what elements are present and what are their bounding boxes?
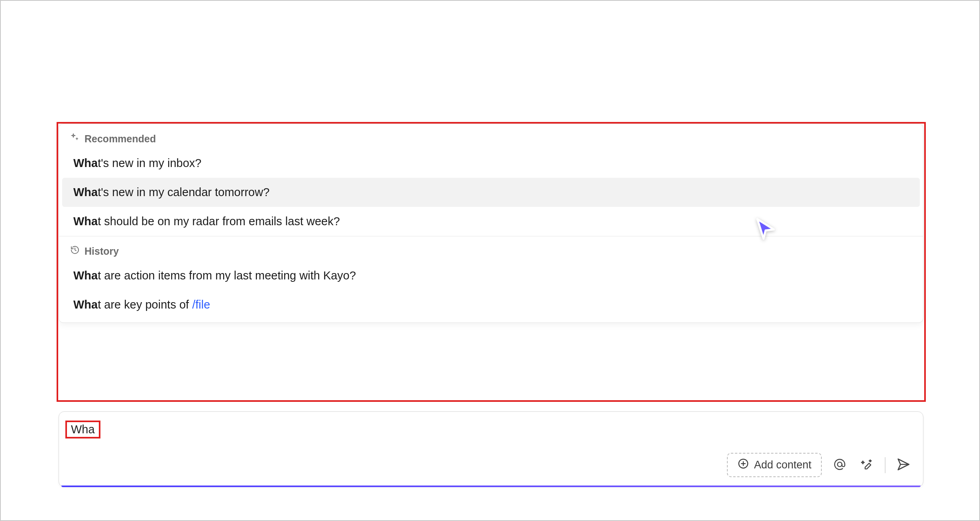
suggestion-link[interactable]: /file xyxy=(192,298,210,311)
mention-icon xyxy=(833,458,846,473)
suggestion-rest: t are key points of xyxy=(98,298,192,311)
suggestion-rest: t should be on my radar from emails last… xyxy=(98,215,340,228)
chat-input[interactable]: Wha xyxy=(59,412,923,441)
recommended-section-header: Recommended xyxy=(59,124,923,149)
history-icon xyxy=(70,245,80,257)
mention-button[interactable] xyxy=(831,456,849,474)
suggestion-item[interactable]: What's new in my calendar tomorrow? xyxy=(62,178,920,207)
send-button[interactable] xyxy=(894,456,913,474)
svg-point-3 xyxy=(837,462,842,466)
suggestion-item[interactable]: What are key points of /file xyxy=(62,290,920,322)
suggestion-item[interactable]: What are action items from my last meeti… xyxy=(62,261,920,290)
history-section-header: History xyxy=(59,236,923,261)
sparkles-icon xyxy=(70,133,80,145)
rewrite-icon xyxy=(860,458,874,473)
send-icon xyxy=(896,457,911,473)
suggestion-match: Wha xyxy=(73,215,98,228)
suggestion-rest: t's new in my calendar tomorrow? xyxy=(98,186,269,199)
plus-circle-icon xyxy=(737,458,749,472)
suggestion-rest: t's new in my inbox? xyxy=(98,157,201,169)
chat-input-bar: Wha Add content xyxy=(59,411,923,487)
suggestions-panel: Recommended What's new in my inbox? What… xyxy=(59,124,923,323)
rewrite-button[interactable] xyxy=(858,456,876,474)
typed-text-highlight: Wha xyxy=(65,421,100,438)
suggestion-match: Wha xyxy=(73,269,98,282)
add-content-label: Add content xyxy=(754,459,811,471)
app-frame: Recommended What's new in my inbox? What… xyxy=(0,0,980,521)
cursor-icon xyxy=(753,216,778,241)
toolbar-divider xyxy=(885,457,886,473)
input-toolbar: Add content xyxy=(59,441,923,487)
input-accent-bar xyxy=(61,486,921,487)
suggestion-item[interactable]: What's new in my inbox? xyxy=(62,149,920,178)
suggestion-match: Wha xyxy=(73,298,98,311)
typed-text: Wha xyxy=(71,423,95,436)
history-label: History xyxy=(84,246,119,257)
suggestion-match: Wha xyxy=(73,186,98,199)
recommended-label: Recommended xyxy=(84,133,156,145)
suggestion-match: Wha xyxy=(73,157,98,169)
add-content-button[interactable]: Add content xyxy=(727,453,822,477)
suggestion-rest: t are action items from my last meeting … xyxy=(98,269,356,282)
suggestion-item[interactable]: What should be on my radar from emails l… xyxy=(62,207,920,236)
